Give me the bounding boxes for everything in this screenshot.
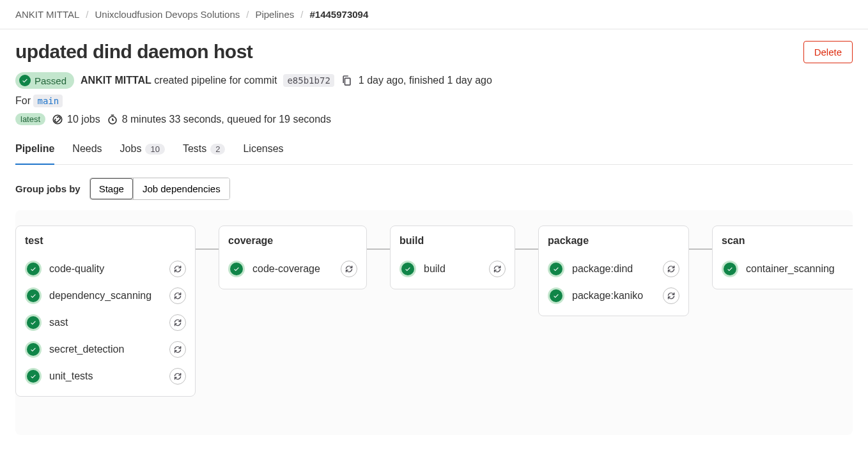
page-title: updated dind daemon host [15, 41, 252, 63]
job-status-passed-icon [25, 368, 42, 385]
tab-tests-label: Tests [183, 143, 206, 155]
tab-jobs[interactable]: Jobs 10 [120, 143, 165, 165]
retry-button[interactable] [169, 341, 186, 358]
job-status-passed-icon [722, 261, 738, 277]
retry-button[interactable] [663, 287, 679, 304]
stage-title: coverage [228, 235, 357, 247]
stage-title: build [399, 235, 506, 247]
breadcrumb-item[interactable]: ANKIT MITTAL [15, 9, 79, 20]
for-label: For [15, 95, 31, 106]
job-item: code-quality [25, 256, 186, 282]
breadcrumb-current: #1445973094 [309, 9, 368, 20]
stage-title: scan [722, 235, 853, 247]
retry-button[interactable] [169, 261, 186, 277]
delete-button[interactable]: Delete [803, 41, 853, 63]
breadcrumb-sep: / [300, 9, 303, 20]
job-item: unit_tests [25, 363, 186, 390]
job-status-passed-icon [25, 287, 42, 304]
jobs-count: 10 jobs [67, 114, 100, 125]
commit-sha[interactable]: e85b1b72 [283, 74, 334, 87]
job-name[interactable]: unit_tests [49, 371, 162, 382]
latest-badge: latest [15, 113, 45, 125]
job-status-passed-icon [548, 261, 564, 277]
job-item: sast [25, 309, 186, 336]
stage-card-coverage: coveragecode-coverage [219, 226, 367, 289]
stage-title: test [25, 235, 186, 247]
retry-button[interactable] [341, 261, 357, 277]
status-badge-label: Passed [35, 75, 66, 86]
clock-icon [107, 114, 118, 125]
breadcrumb-sep: / [246, 9, 249, 20]
job-name[interactable]: package:kaniko [572, 290, 655, 302]
job-name[interactable]: dependency_scanning [49, 290, 162, 302]
group-by-label: Group jobs by [15, 183, 81, 194]
job-status-passed-icon [548, 287, 564, 304]
job-name[interactable]: sast [49, 317, 162, 328]
group-by-stage-button[interactable]: Stage [90, 178, 133, 199]
stage-card-test: testcode-qualitydependency_scanningsasts… [15, 226, 196, 397]
status-badge[interactable]: Passed [15, 72, 74, 89]
job-item: build [399, 256, 506, 282]
job-item: code-coverage [228, 256, 357, 282]
author-link[interactable]: ANKIT MITTAL [81, 75, 151, 86]
stage-card-scan: scancontainer_scanning [712, 226, 853, 289]
stage-card-package: packagepackage:dindpackage:kaniko [538, 226, 689, 316]
retry-button[interactable] [169, 368, 186, 385]
job-name[interactable]: code-quality [49, 263, 162, 275]
job-name[interactable]: secret_detection [49, 344, 162, 355]
created-text: created pipeline for commit [154, 75, 277, 86]
copy-icon[interactable] [341, 75, 352, 86]
tab-needs[interactable]: Needs [72, 143, 102, 165]
time-text: 1 day ago, finished 1 day ago [359, 75, 492, 86]
check-icon [19, 75, 31, 86]
tab-licenses[interactable]: Licenses [243, 143, 283, 165]
pipeline-graph: testcode-qualitydependency_scanningsasts… [15, 210, 853, 435]
job-item: package:kaniko [548, 282, 679, 309]
tabs: Pipeline Needs Jobs 10 Tests 2 Licenses [15, 143, 853, 165]
job-name[interactable]: code-coverage [252, 263, 333, 275]
group-by-toggle: Stage Job dependencies [89, 178, 230, 200]
tab-tests[interactable]: Tests 2 [183, 143, 226, 165]
job-name[interactable]: package:dind [572, 263, 655, 275]
job-status-passed-icon [25, 314, 42, 331]
retry-button[interactable] [169, 287, 186, 304]
breadcrumb-sep: / [86, 9, 88, 20]
job-item: package:dind [548, 256, 679, 282]
stage-title: package [548, 235, 679, 247]
job-status-passed-icon [25, 341, 42, 358]
tab-tests-count: 2 [210, 144, 225, 155]
retry-button[interactable] [663, 261, 679, 277]
retry-button[interactable] [489, 261, 506, 277]
retry-button[interactable] [169, 314, 186, 331]
tab-jobs-label: Jobs [120, 143, 142, 155]
link-icon [52, 114, 63, 125]
job-status-passed-icon [399, 261, 416, 277]
breadcrumb: ANKIT MITTAL / Unixcloudfusion Devops So… [0, 0, 868, 29]
job-item: dependency_scanning [25, 282, 186, 309]
tab-jobs-count: 10 [145, 144, 164, 155]
breadcrumb-item[interactable]: Pipelines [255, 9, 294, 20]
job-name[interactable]: build [424, 263, 481, 275]
job-name[interactable]: container_scanning [746, 263, 847, 275]
job-item: container_scanning [722, 256, 853, 282]
group-by-deps-button[interactable]: Job dependencies [133, 178, 229, 199]
branch-ref[interactable]: main [33, 95, 63, 107]
job-item: secret_detection [25, 336, 186, 363]
job-status-passed-icon [25, 261, 42, 277]
stage-card-build: buildbuild [390, 226, 515, 289]
job-status-passed-icon [228, 261, 245, 277]
breadcrumb-item[interactable]: Unixcloudfusion Devops Solutions [95, 9, 240, 20]
tab-pipeline[interactable]: Pipeline [15, 143, 54, 165]
duration-text: 8 minutes 33 seconds, queued for 19 seco… [122, 114, 331, 125]
